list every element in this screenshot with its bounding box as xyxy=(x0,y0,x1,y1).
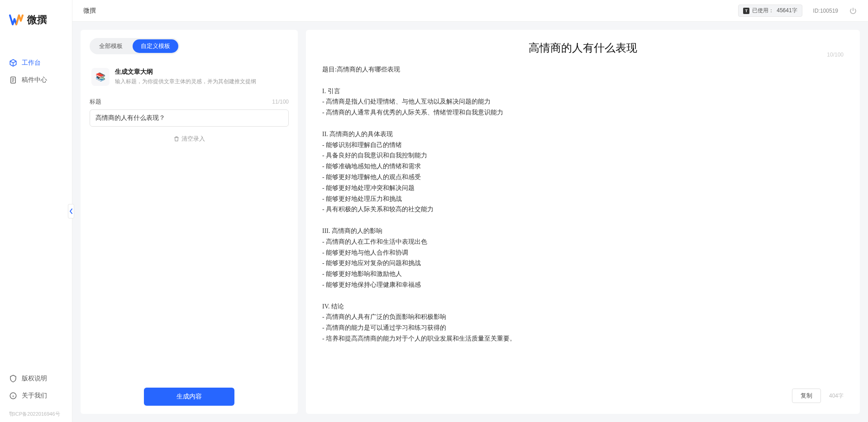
content: 全部模板 自定义模板 📚 生成文章大纲 输入标题，为你提供文章主体的灵感，并为其… xyxy=(72,22,868,422)
input-label: 标题 xyxy=(90,98,101,106)
text-count-icon: T xyxy=(743,8,749,14)
right-panel: 高情商的人有什么表现 10/100 题目:高情商的人有哪些表现 I. 引言 - … xyxy=(306,30,860,414)
generate-button[interactable]: 生成内容 xyxy=(144,388,234,406)
usage-count: 45641字 xyxy=(777,7,797,14)
power-icon[interactable] xyxy=(849,7,857,15)
template-tabs: 全部模板 自定义模板 xyxy=(90,38,180,54)
clear-input-link[interactable]: 清空录入 xyxy=(90,135,289,143)
icp-footer: 鄂ICP备2022016946号 xyxy=(0,408,72,422)
bottom-nav: 版权说明 关于我们 xyxy=(0,370,72,408)
sidebar-collapse-handle[interactable] xyxy=(68,204,74,218)
nav-copyright[interactable]: 版权说明 xyxy=(0,370,72,387)
usage-badge[interactable]: T 已使用： 45641字 xyxy=(738,5,802,17)
cube-icon xyxy=(9,59,17,67)
trash-icon xyxy=(173,136,180,142)
input-char-count: 11/100 xyxy=(272,99,289,105)
document-body[interactable]: 题目:高情商的人有哪些表现 I. 引言 - 高情商是指人们处理情绪、与他人互动以… xyxy=(322,64,844,381)
logo-icon xyxy=(9,13,24,27)
nav-about[interactable]: 关于我们 xyxy=(0,387,72,404)
nav-label: 工作台 xyxy=(22,59,41,67)
books-icon: 📚 xyxy=(91,68,110,86)
sidebar: 微撰 工作台 稿件中心 版权说明 xyxy=(0,0,72,422)
main-nav: 工作台 稿件中心 xyxy=(0,36,72,370)
document-footer: 复制 404字 xyxy=(322,381,844,403)
title-input[interactable] xyxy=(90,109,289,127)
document-title[interactable]: 高情商的人有什么表现 xyxy=(322,41,844,55)
info-icon xyxy=(9,392,17,400)
nav-drafts[interactable]: 稿件中心 xyxy=(0,71,72,89)
nav-workspace[interactable]: 工作台 xyxy=(0,54,72,71)
main: 微撰 T 已使用： 45641字 ID:100519 全部模板 自定义模板 xyxy=(72,0,868,422)
body-word-count: 404字 xyxy=(829,392,844,400)
logo-text: 微撰 xyxy=(27,13,47,27)
copy-button[interactable]: 复制 xyxy=(792,389,821,403)
usage-prefix: 已使用： xyxy=(752,7,774,14)
top-header: 微撰 T 已使用： 45641字 ID:100519 xyxy=(72,0,868,22)
tab-custom-templates[interactable]: 自定义模板 xyxy=(133,39,178,53)
shield-icon xyxy=(9,375,17,383)
template-card: 📚 生成文章大纲 输入标题，为你提供文章主体的灵感，并为其创建推文提纲 xyxy=(90,62,289,94)
left-panel: 全部模板 自定义模板 📚 生成文章大纲 输入标题，为你提供文章主体的灵感，并为其… xyxy=(81,30,298,414)
header-title: 微撰 xyxy=(83,7,96,15)
user-id: ID:100519 xyxy=(813,8,838,14)
template-title: 生成文章大纲 xyxy=(115,68,256,76)
logo[interactable]: 微撰 xyxy=(0,0,72,36)
tab-all-templates[interactable]: 全部模板 xyxy=(91,39,131,53)
document-icon xyxy=(9,76,17,84)
nav-label: 关于我们 xyxy=(22,392,47,400)
title-char-count: 10/100 xyxy=(827,52,844,58)
nav-label: 版权说明 xyxy=(22,375,47,383)
template-desc: 输入标题，为你提供文章主体的灵感，并为其创建推文提纲 xyxy=(115,78,256,85)
clear-label: 清空录入 xyxy=(181,135,205,143)
nav-label: 稿件中心 xyxy=(22,76,47,84)
